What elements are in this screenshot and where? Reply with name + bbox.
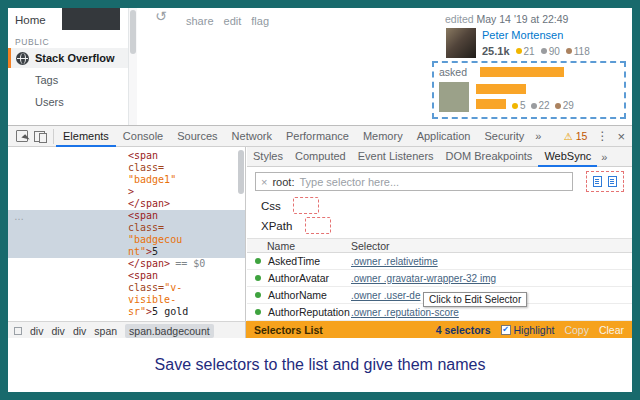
highlight-toggle[interactable]: ✔ Highlight xyxy=(501,324,555,336)
tab-styles[interactable]: Styles xyxy=(247,147,289,167)
selectors-list-title: Selectors List xyxy=(254,324,323,336)
tab-console[interactable]: Console xyxy=(116,126,170,147)
breadcrumb-item-active[interactable]: span.badgecount xyxy=(125,324,214,338)
silver-badge: 22 xyxy=(531,100,550,111)
selector-name: AskedTime xyxy=(268,255,351,267)
tree-node-line[interactable]: class="v- xyxy=(128,282,245,294)
tab-sources[interactable]: Sources xyxy=(170,126,224,147)
share-link[interactable]: share xyxy=(186,15,214,27)
more-tabs-icon[interactable]: » xyxy=(531,130,545,142)
breadcrumb-item[interactable]: div xyxy=(51,325,64,337)
post-actions: share edit flag xyxy=(186,15,269,27)
tab-security[interactable]: Security xyxy=(477,126,531,147)
status-dot xyxy=(255,258,261,264)
asked-label: asked xyxy=(439,66,467,78)
page-scrollbar-thumb[interactable] xyxy=(130,10,136,54)
globe-icon xyxy=(16,52,29,65)
selector-value[interactable]: .owner .relativetime xyxy=(351,256,632,267)
selectors-table: Name Selector AskedTime .owner .relative… xyxy=(247,238,632,321)
inspect-icon[interactable] xyxy=(16,130,28,142)
selector-input[interactable] xyxy=(299,176,567,188)
highlight-bar-reputation xyxy=(476,99,506,109)
xpath-slot[interactable] xyxy=(305,217,331,234)
devtools-sidebar: Styles Computed Event Listeners DOM Brea… xyxy=(247,147,632,321)
tree-node-line[interactable]: <span xyxy=(128,270,245,282)
selector-input-box: × root: xyxy=(255,172,573,191)
highlight-bar-time xyxy=(480,67,564,77)
header-name: Name xyxy=(247,240,351,252)
tree-node-line[interactable]: visible- xyxy=(128,294,245,306)
tree-node-line[interactable]: > xyxy=(128,186,245,198)
tab-application[interactable]: Application xyxy=(410,126,478,147)
devtools-panel: Elements Console Sources Network Perform… xyxy=(8,125,632,338)
selector-actions-box xyxy=(586,171,624,192)
device-toolbar-icon[interactable] xyxy=(34,130,47,143)
tab-network[interactable]: Network xyxy=(225,126,279,147)
tab-event-listeners[interactable]: Event Listeners xyxy=(352,147,440,167)
asked-badges-row: 5 22 29 xyxy=(512,100,574,111)
sidebar-tabs: Styles Computed Event Listeners DOM Brea… xyxy=(247,147,632,167)
selector-value[interactable]: .owner .reputation-score xyxy=(351,307,632,318)
tree-node-line[interactable]: "badge1" xyxy=(128,174,245,186)
selectors-count: 4 selectors xyxy=(436,324,491,336)
tree-scrollbar-thumb[interactable] xyxy=(238,150,244,194)
edit-link[interactable]: edit xyxy=(224,15,242,27)
sidebar-item-tags[interactable]: Tags xyxy=(35,74,58,86)
bronze-badge-icon xyxy=(566,48,572,54)
selector-value[interactable]: .owner .gravatar-wrapper-32 img xyxy=(351,273,632,284)
clear-input-icon[interactable]: × xyxy=(261,176,267,188)
selected-tree-node[interactable]: <span class= "badgecou nt">5 xyxy=(8,210,245,258)
css-slot[interactable] xyxy=(293,197,319,214)
rotate-icon[interactable]: ↺ xyxy=(155,8,167,24)
bronze-badge: 29 xyxy=(555,100,574,111)
breadcrumb-item[interactable]: div xyxy=(73,325,86,337)
highlighted-avatar xyxy=(439,82,469,112)
breadcrumb-item[interactable]: span xyxy=(94,325,117,337)
tab-performance[interactable]: Performance xyxy=(279,126,356,147)
devtools-toolbar: Elements Console Sources Network Perform… xyxy=(8,126,632,147)
tree-node-line[interactable]: </span>== $0 xyxy=(128,258,245,270)
clear-button[interactable]: Clear xyxy=(599,324,624,336)
warnings-badge[interactable]: ⚠15 xyxy=(564,130,588,142)
devtools-main: <span class= "badge1" > </span> <span cl… xyxy=(8,147,632,321)
caption-text: Save selectors to the list and give them… xyxy=(155,356,486,374)
devtools-close-icon[interactable]: × xyxy=(617,129,625,144)
editor-name-link[interactable]: Peter Mortensen xyxy=(482,29,563,41)
bronze-badge-icon xyxy=(555,103,561,109)
copy-button[interactable]: Copy xyxy=(564,324,589,336)
edited-link[interactable]: edited May 14 '19 at 22:49 xyxy=(445,13,568,25)
grid-icon[interactable] xyxy=(14,327,22,335)
gold-badge-icon xyxy=(516,48,522,54)
highlight-checkbox[interactable]: ✔ xyxy=(501,325,511,335)
sidebar-item-stack-overflow[interactable]: Stack Overflow xyxy=(8,48,128,68)
flag-link[interactable]: flag xyxy=(251,15,269,27)
tab-computed[interactable]: Computed xyxy=(289,147,352,167)
tab-dom-breakpoints[interactable]: DOM Breakpoints xyxy=(440,147,539,167)
save-selector-icon[interactable] xyxy=(593,176,602,187)
more-sidebar-tabs-icon[interactable]: » xyxy=(597,151,611,163)
gold-badge: 5 xyxy=(512,100,526,111)
silver-badge-icon xyxy=(541,48,547,54)
tab-websync[interactable]: WebSync xyxy=(538,147,597,167)
tree-node-line[interactable]: </span> xyxy=(128,198,245,210)
editor-avatar[interactable] xyxy=(446,28,476,58)
sidebar-item-home[interactable]: Home xyxy=(15,14,46,26)
tab-memory[interactable]: Memory xyxy=(356,126,410,147)
toolbar-divider xyxy=(53,129,54,144)
root-label: root: xyxy=(272,176,294,188)
tree-node-line[interactable]: <span xyxy=(128,150,245,162)
sidebar-item-users[interactable]: Users xyxy=(35,96,64,108)
copy-selector-icon[interactable] xyxy=(608,176,617,187)
caption-area: Save selectors to the list and give them… xyxy=(8,338,632,392)
tree-node-line[interactable]: sr">5 gold xyxy=(128,306,245,318)
dark-overlay xyxy=(62,8,120,30)
breadcrumb-item[interactable]: div xyxy=(30,325,43,337)
edited-date: May 14 '19 at 22:49 xyxy=(477,13,569,25)
tab-elements[interactable]: Elements xyxy=(56,126,116,147)
table-row[interactable]: AskedTime .owner .relativetime xyxy=(247,253,632,270)
bronze-badge: 118 xyxy=(566,46,590,57)
tree-node-line[interactable]: class= xyxy=(128,162,245,174)
selector-name: AuthorReputation xyxy=(268,306,351,318)
table-row[interactable]: AuthorAvatar .owner .gravatar-wrapper-32… xyxy=(247,270,632,287)
devtools-menu-icon[interactable]: ⋮ xyxy=(596,129,608,143)
